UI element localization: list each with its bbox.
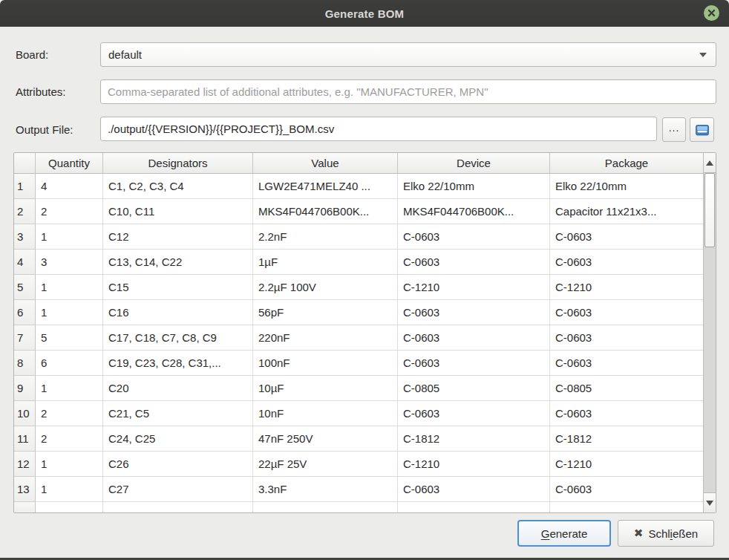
column-header-quantity[interactable]: Quantity — [36, 153, 103, 174]
row-number-cell[interactable]: 3 — [14, 224, 36, 250]
row-number-cell[interactable]: 6 — [14, 300, 36, 325]
device-cell[interactable]: C-0603 — [398, 351, 550, 376]
designators-cell[interactable] — [103, 502, 253, 513]
designators-cell[interactable]: C20 — [103, 376, 253, 401]
value-cell[interactable]: 1µF — [253, 250, 398, 275]
column-header-rownum[interactable] — [14, 153, 36, 174]
quantity-cell[interactable]: 2 — [36, 426, 103, 452]
table-scrollbar[interactable] — [703, 153, 716, 512]
package-cell[interactable]: C-0603 — [550, 325, 703, 351]
row-number-cell[interactable]: 5 — [14, 275, 36, 300]
quantity-cell[interactable]: 1 — [36, 224, 103, 250]
table-row[interactable]: 11 2 C24, C25 47nF 250V C-1812 C-1812 — [14, 426, 703, 452]
table-row[interactable]: 10 2 C21, C5 10nF C-0603 C-0603 — [14, 401, 703, 426]
row-number-cell[interactable]: 9 — [14, 376, 36, 401]
value-cell[interactable]: 10µF — [253, 376, 398, 401]
row-number-cell[interactable]: 13 — [14, 477, 36, 502]
package-cell[interactable]: C-0603 — [550, 401, 703, 426]
column-header-value[interactable]: Value — [253, 153, 398, 174]
table-row[interactable]: 5 1 C15 2.2µF 100V C-1210 C-1210 — [14, 275, 703, 300]
device-cell[interactable]: C-0603 — [398, 477, 550, 502]
table-row[interactable]: 4 3 C13, C14, C22 1µF C-0603 C-0603 — [14, 250, 703, 275]
close-dialog-button[interactable]: ✖ Schließen — [618, 520, 714, 547]
value-cell[interactable]: 22µF 25V — [253, 452, 398, 477]
designators-cell[interactable]: C19, C23, C28, C31,... — [103, 351, 253, 376]
designators-cell[interactable]: C15 — [103, 275, 253, 300]
package-cell[interactable]: Capacitor 11x21x3... — [550, 199, 703, 224]
table-row[interactable]: 9 1 C20 10µF C-0805 C-0805 — [14, 376, 703, 401]
attributes-input[interactable] — [100, 79, 716, 104]
designators-cell[interactable]: C13, C14, C22 — [103, 250, 253, 275]
quantity-cell[interactable]: 5 — [36, 325, 103, 351]
quantity-cell[interactable]: 3 — [36, 250, 103, 275]
device-cell[interactable]: C-0603 — [398, 224, 550, 250]
package-cell[interactable]: C-0603 — [550, 477, 703, 502]
table-row[interactable]: 2 2 C10, C11 MKS4F044706B00K... MKS4F044… — [14, 199, 703, 224]
device-cell[interactable]: Elko 22/10mm — [398, 174, 550, 199]
column-header-device[interactable]: Device — [398, 153, 550, 174]
table-row[interactable]: 1 4 C1, C2, C3, C4 LGW2E471MELZ40 ... El… — [14, 174, 703, 199]
designators-cell[interactable]: C16 — [103, 300, 253, 325]
row-number-cell[interactable]: 4 — [14, 250, 36, 275]
row-number-cell[interactable]: 11 — [14, 426, 36, 452]
value-cell[interactable]: 2.2nF — [253, 224, 398, 250]
device-cell[interactable]: C-0603 — [398, 325, 550, 351]
package-cell[interactable]: C-0603 — [550, 300, 703, 325]
device-cell[interactable]: C-1812 — [398, 426, 550, 452]
designators-cell[interactable]: C10, C11 — [103, 199, 253, 224]
column-header-designators[interactable]: Designators — [103, 153, 253, 174]
value-cell[interactable]: 10nF — [253, 401, 398, 426]
quantity-cell[interactable]: 1 — [36, 300, 103, 325]
scroll-down-button[interactable] — [704, 492, 716, 512]
designators-cell[interactable]: C12 — [103, 224, 253, 250]
quantity-cell[interactable]: 4 — [36, 174, 103, 199]
value-cell[interactable]: 220nF — [253, 325, 398, 351]
device-cell[interactable]: MKS4F044706B00K... — [398, 199, 550, 224]
table-row[interactable]: 6 1 C16 56pF C-0603 C-0603 — [14, 300, 703, 325]
device-cell[interactable]: C-0603 — [398, 401, 550, 426]
board-select[interactable]: default — [100, 42, 716, 67]
device-cell[interactable]: C-1210 — [398, 452, 550, 477]
value-cell[interactable]: 47nF 250V — [253, 426, 398, 452]
quantity-cell[interactable]: 1 — [36, 452, 103, 477]
value-cell[interactable]: 3.3nF — [253, 477, 398, 502]
value-cell[interactable]: 2.2µF 100V — [253, 275, 398, 300]
quantity-cell[interactable]: 1 — [36, 376, 103, 401]
designators-cell[interactable]: C1, C2, C3, C4 — [103, 174, 253, 199]
device-cell[interactable]: C-0805 — [398, 376, 550, 401]
column-header-package[interactable]: Package — [550, 153, 703, 174]
designators-cell[interactable]: C24, C25 — [103, 426, 253, 452]
package-cell[interactable]: C-1210 — [550, 275, 703, 300]
table-row[interactable]: 7 5 C17, C18, C7, C8, C9 220nF C-0603 C-… — [14, 325, 703, 351]
quantity-cell[interactable] — [36, 502, 103, 513]
device-cell[interactable]: C-0603 — [398, 250, 550, 275]
close-window-button[interactable] — [704, 5, 719, 21]
package-cell[interactable]: C-1812 — [550, 426, 703, 452]
quantity-cell[interactable]: 2 — [36, 199, 103, 224]
row-number-cell[interactable]: 7 — [14, 325, 36, 351]
designators-cell[interactable]: C17, C18, C7, C8, C9 — [103, 325, 253, 351]
package-cell[interactable]: C-0805 — [550, 376, 703, 401]
row-number-cell[interactable]: 1 — [14, 174, 36, 199]
package-cell[interactable]: C-0603 — [550, 351, 703, 376]
generate-button[interactable]: Generate — [517, 520, 611, 547]
table-row[interactable]: 13 1 C27 3.3nF C-0603 C-0603 — [14, 477, 703, 502]
scrollbar-thumb[interactable] — [705, 173, 715, 247]
scroll-up-button[interactable] — [704, 153, 716, 173]
row-number-cell[interactable]: 8 — [14, 351, 36, 376]
value-cell[interactable]: MKS4F044706B00K... — [253, 199, 398, 224]
package-cell[interactable]: Elko 22/10mm — [550, 174, 703, 199]
quantity-cell[interactable]: 6 — [36, 351, 103, 376]
save-button[interactable] — [690, 117, 714, 142]
value-cell[interactable]: 100nF — [253, 351, 398, 376]
quantity-cell[interactable]: 1 — [36, 477, 103, 502]
designators-cell[interactable]: C21, C5 — [103, 401, 253, 426]
device-cell[interactable] — [398, 502, 550, 513]
value-cell[interactable]: 56pF — [253, 300, 398, 325]
package-cell[interactable]: C-0603 — [550, 250, 703, 275]
designators-cell[interactable]: C26 — [103, 452, 253, 477]
table-row[interactable] — [14, 502, 703, 513]
table-row[interactable]: 3 1 C12 2.2nF C-0603 C-0603 — [14, 224, 703, 250]
value-cell[interactable]: LGW2E471MELZ40 ... — [253, 174, 398, 199]
table-row[interactable]: 12 1 C26 22µF 25V C-1210 C-1210 — [14, 452, 703, 477]
